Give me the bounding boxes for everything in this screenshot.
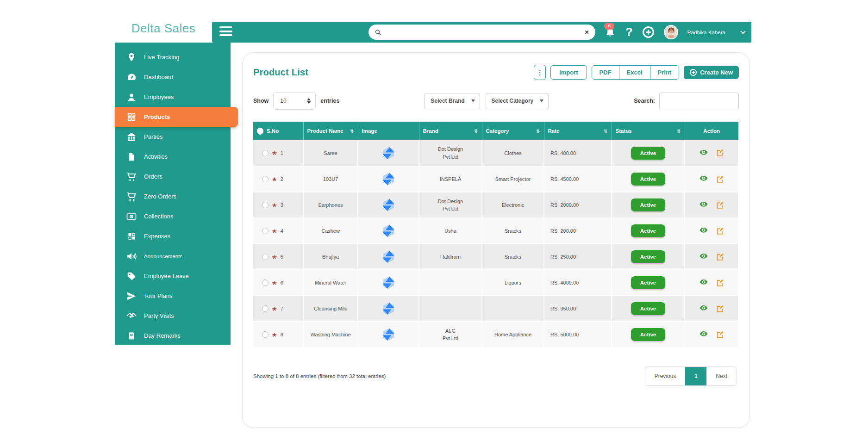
previous-page-button[interactable]: Previous [645,367,686,385]
sidebar-item-activities[interactable]: Activities [115,147,231,167]
product-image-icon[interactable] [361,172,416,186]
sidebar-item-employees[interactable]: Employees [115,87,231,107]
create-new-button[interactable]: Create New [684,66,739,79]
sidebar-item-orders[interactable]: Orders [115,167,231,186]
sort-icon[interactable]: ⇅ [677,129,681,134]
product-image-icon[interactable] [361,198,416,212]
favorite-star-icon[interactable]: ★ [272,254,277,260]
column-header[interactable]: Category [486,128,509,134]
excel-button[interactable]: Excel [619,66,650,79]
row-checkbox[interactable] [262,176,269,182]
view-eye-icon[interactable] [699,279,708,286]
product-image-icon[interactable] [361,275,416,290]
sidebar-item-tour-plans[interactable]: Tour Plans [115,286,231,306]
sidebar-item-parties[interactable]: Parties [115,127,231,147]
sidebar-item-zero-orders[interactable]: Zero Orders [115,186,231,206]
edit-icon[interactable] [716,175,724,184]
column-header[interactable]: S.No [267,128,279,134]
edit-icon[interactable] [716,304,724,313]
edit-icon[interactable] [716,330,724,339]
sort-icon[interactable]: ⇅ [350,129,354,134]
view-eye-icon[interactable] [699,175,708,183]
sidebar-item-products[interactable]: Products [115,107,238,127]
sort-icon[interactable]: ⇅ [474,129,478,134]
sidebar-item-live-tracking[interactable]: Live Tracking [115,47,231,67]
table-search-input[interactable] [659,93,739,109]
favorite-star-icon[interactable]: ★ [272,280,277,286]
product-image-icon[interactable] [361,249,416,264]
page-size-select[interactable]: 10 [273,92,316,110]
sidebar-item-party-visits[interactable]: Party Visits [115,306,231,326]
favorite-star-icon[interactable]: ★ [272,306,277,312]
sidebar-item-employee-leave[interactable]: Employee Leave [115,266,231,286]
status-badge[interactable]: Active [631,250,666,263]
notifications-bell-icon[interactable]: 5 [604,26,616,39]
more-options-button[interactable]: ⋮ [534,65,546,80]
favorite-star-icon[interactable]: ★ [272,332,277,338]
status-badge[interactable]: Active [631,328,666,341]
product-image-icon[interactable] [361,223,416,238]
chevron-down-icon[interactable] [740,29,745,34]
sidebar-item-announcements[interactable]: Announcements [115,246,231,266]
category-filter-select[interactable]: Select Category [486,93,549,109]
brand-filter-select[interactable]: Select Brand [425,93,480,109]
status-badge[interactable]: Active [631,147,666,160]
user-avatar[interactable] [664,25,678,39]
product-image-icon[interactable] [361,327,416,342]
view-eye-icon[interactable] [699,149,708,157]
global-search-input[interactable] [385,29,581,36]
view-eye-icon[interactable] [699,253,708,260]
row-checkbox[interactable] [262,202,269,208]
product-image-icon[interactable] [361,146,416,161]
sidebar-item-dashboard[interactable]: Dashboard [115,67,231,87]
sort-icon[interactable]: ⇅ [536,129,540,134]
view-eye-icon[interactable] [699,227,708,235]
column-header: Action [703,128,720,134]
sidebar-item-collections[interactable]: Collections [115,206,231,226]
column-header[interactable]: Status [616,128,632,134]
view-eye-icon[interactable] [699,331,708,338]
status-badge[interactable]: Active [631,173,666,186]
add-new-icon[interactable] [642,26,655,38]
column-header[interactable]: Rate [548,128,560,134]
print-button[interactable]: Print [650,66,679,79]
favorite-star-icon[interactable]: ★ [272,176,277,182]
row-checkbox[interactable] [262,254,269,260]
hamburger-menu-icon[interactable] [219,26,232,38]
row-checkbox[interactable] [262,228,269,234]
create-new-label: Create New [700,69,733,76]
favorite-star-icon[interactable]: ★ [272,150,277,156]
product-image-icon[interactable] [361,301,416,316]
view-eye-icon[interactable] [699,305,708,312]
sidebar-item-day-remarks[interactable]: Day Remarks [115,326,231,346]
edit-icon[interactable] [716,253,724,261]
column-header[interactable]: Brand [423,128,438,134]
status-badge[interactable]: Active [631,224,666,237]
row-checkbox[interactable] [262,279,269,286]
select-all-checkbox[interactable] [257,128,263,135]
row-checkbox[interactable] [262,305,269,312]
edit-icon[interactable] [716,201,724,210]
clear-search-icon[interactable]: ✕ [584,29,589,36]
user-name[interactable]: Radhika Kahera [687,30,725,35]
sidebar-item-expenses[interactable]: Expenses [115,226,231,246]
edit-icon[interactable] [716,279,724,287]
import-button[interactable]: Import [550,65,587,80]
current-page-button[interactable]: 1 [685,367,706,385]
row-checkbox[interactable] [262,150,269,156]
edit-icon[interactable] [716,149,724,157]
view-eye-icon[interactable] [699,201,708,209]
sort-icon[interactable]: ⇅ [604,129,607,134]
favorite-star-icon[interactable]: ★ [272,228,277,234]
pdf-button[interactable]: PDF [592,66,619,79]
help-icon[interactable]: ? [625,25,632,39]
status-badge[interactable]: Active [631,276,666,289]
status-badge[interactable]: Active [631,302,666,315]
row-checkbox[interactable] [262,331,269,338]
edit-icon[interactable] [716,227,724,236]
favorite-star-icon[interactable]: ★ [272,202,277,208]
next-page-button[interactable]: Next [706,367,737,385]
location-pin-icon [126,52,137,63]
column-header[interactable]: Product Name [307,128,343,134]
status-badge[interactable]: Active [631,198,666,211]
